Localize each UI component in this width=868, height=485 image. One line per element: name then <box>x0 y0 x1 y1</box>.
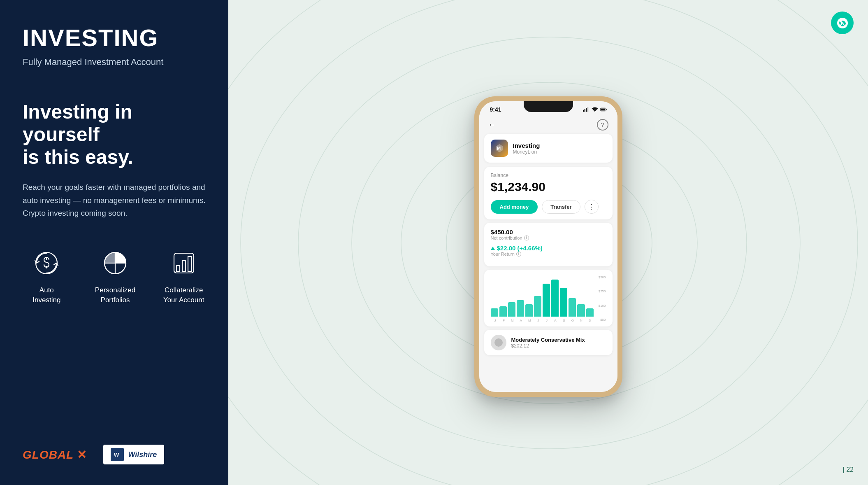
chart-month-label: S <box>560 319 568 322</box>
chart-month-label: F <box>500 319 507 322</box>
svg-point-25 <box>594 111 595 112</box>
left-panel: INVESTING Fully Managed Investment Accou… <box>0 0 228 485</box>
chart-bar <box>517 300 524 317</box>
battery-icon <box>600 107 607 112</box>
portfolio-thumb <box>491 335 506 350</box>
page-subtitle: Fully Managed Investment Account <box>23 57 208 68</box>
return-up-arrow <box>491 247 495 250</box>
headline: Investing in yourself is this easy. <box>23 100 208 169</box>
return-amount-row: $22.00 (+4.66%) <box>491 245 606 252</box>
more-button[interactable]: ⋮ <box>585 200 599 214</box>
portfolio-item[interactable]: Moderately Conservative Mix $202.12 <box>484 330 613 355</box>
phone-mockup: 9:41 <box>474 96 622 397</box>
right-panel: | 22 9:41 <box>228 0 868 485</box>
chart-y-labels: $500$250$100$50 <box>599 275 606 322</box>
features-row: AutoInvesting PersonalizedPortfolios <box>23 248 208 305</box>
chart-month-label: J <box>534 319 542 322</box>
svg-rect-22 <box>584 109 585 112</box>
transfer-button[interactable]: Transfer <box>542 200 580 214</box>
chart-bar <box>499 306 507 317</box>
wilshire-text: Wilshire <box>128 450 157 459</box>
return-amount: $22.00 (+4.66%) <box>497 245 543 252</box>
headline-teal: Investing in yourself <box>23 101 132 145</box>
svg-rect-24 <box>587 107 588 112</box>
chart-bar <box>508 302 515 317</box>
svg-rect-21 <box>583 110 584 112</box>
chart-bar <box>560 288 567 317</box>
portfolio-name: Moderately Conservative Mix <box>511 337 585 343</box>
add-money-button[interactable]: Add money <box>491 200 538 214</box>
svg-point-0 <box>36 252 57 274</box>
phone-inner: 9:41 <box>479 101 617 392</box>
balance-amount: $1,234.90 <box>491 180 606 194</box>
help-button[interactable]: ? <box>597 119 608 131</box>
app-company: MoneyLion <box>513 149 540 155</box>
chart-bars-area <box>491 275 594 317</box>
partners-row: GLOBAL ✕ W Wilshire <box>23 445 208 464</box>
app-info: Investing MoneyLion <box>513 142 540 155</box>
app-header: ← ? <box>479 115 617 134</box>
chart-y-label: $250 <box>599 289 606 293</box>
svg-text:W: W <box>114 452 119 458</box>
svg-rect-28 <box>606 109 606 110</box>
chart-month-label: M <box>526 319 533 322</box>
chart-month-label: J <box>543 319 550 322</box>
page-title: INVESTING <box>23 25 208 51</box>
chart-month-label: N <box>578 319 585 322</box>
chart-y-label: $100 <box>599 304 606 308</box>
chart-month-label: J <box>492 319 499 322</box>
chart-month-label: D <box>586 319 594 322</box>
chart-section: JFMAMJJASOND $500$250$100$50 <box>484 270 613 326</box>
return-row: $22.00 (+4.66%) Your Return i <box>491 245 606 256</box>
svg-rect-10 <box>188 256 191 271</box>
portfolio-info: Moderately Conservative Mix $202.12 <box>511 337 585 349</box>
feature-personalized-portfolios: PersonalizedPortfolios <box>91 248 139 305</box>
chart-y-label: $50 <box>599 318 606 322</box>
balance-section: Balance $1,234.90 Add money Transfer ⋮ <box>484 167 613 219</box>
chart-month-label: A <box>552 319 559 322</box>
personalized-portfolios-icon <box>100 248 130 278</box>
chart-bar <box>569 298 576 317</box>
svg-text:M: M <box>497 146 501 151</box>
status-icons <box>583 107 607 112</box>
collateralize-icon <box>169 248 199 278</box>
partner-wilshire: W Wilshire <box>103 445 164 464</box>
svg-rect-27 <box>601 108 605 110</box>
signal-icon <box>583 107 589 112</box>
action-buttons: Add money Transfer ⋮ <box>491 200 606 214</box>
app-card-header: M Investing MoneyLion <box>484 134 613 163</box>
wifi-icon <box>592 107 598 112</box>
portfolio-image <box>491 335 506 350</box>
svg-rect-9 <box>182 261 186 271</box>
feature-auto-investing: AutoInvesting <box>23 248 71 305</box>
chart-bar <box>577 304 585 317</box>
headline-white: is this easy. <box>23 146 133 168</box>
chart-bar <box>534 296 541 317</box>
chart-bar <box>543 284 550 317</box>
personalized-portfolios-label: PersonalizedPortfolios <box>95 285 135 305</box>
phone-outer: 9:41 <box>474 96 622 397</box>
net-contribution-amount: $450.00 <box>491 229 606 236</box>
info-icon: i <box>524 236 529 240</box>
chart-y-label: $500 <box>599 275 606 279</box>
svg-rect-8 <box>176 266 180 271</box>
return-info-icon: i <box>516 252 521 256</box>
return-label: Your Return i <box>491 252 606 256</box>
chart-month-label: M <box>508 319 516 322</box>
phone-notch <box>524 101 573 112</box>
moneylion-icon: M <box>494 143 505 154</box>
stats-section: $450.00 Net contribution i $22.00 (+4.66… <box>484 223 613 266</box>
chart-bar <box>491 308 498 317</box>
app-icon: M <box>491 140 508 157</box>
chart-bar <box>525 304 533 317</box>
back-button[interactable]: ← <box>488 121 496 129</box>
app-name: Investing <box>513 142 540 149</box>
chart-bar <box>551 280 559 317</box>
net-contribution-label: Net contribution i <box>491 236 606 240</box>
description: Reach your goals faster with managed por… <box>23 181 208 219</box>
svg-rect-23 <box>586 108 587 112</box>
status-time: 9:41 <box>490 106 501 113</box>
balance-label: Balance <box>491 173 606 178</box>
collateralize-label: CollateralizeYour Account <box>163 285 204 305</box>
app-content: ← ? M Investing MoneyLio <box>479 115 617 392</box>
